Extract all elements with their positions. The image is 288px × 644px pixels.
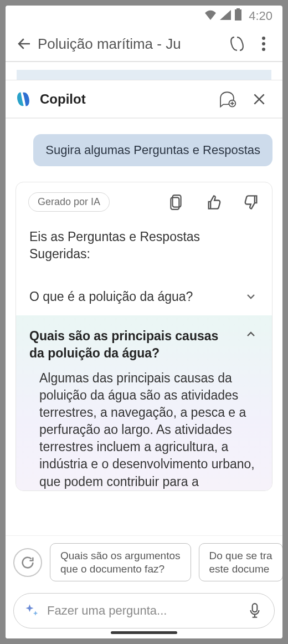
sparkle-icon: [24, 603, 39, 619]
overflow-menu-button[interactable]: [250, 30, 277, 57]
chevron-up-icon: [244, 328, 259, 342]
suggestion-chip-2-line2: este docume: [209, 563, 272, 576]
copilot-panel-header: Copilot: [6, 80, 282, 119]
svg-rect-1: [236, 8, 240, 10]
status-clock: 4:20: [249, 9, 272, 23]
chevron-down-icon: [244, 290, 259, 304]
svg-point-2: [262, 37, 265, 40]
battery-icon: [234, 8, 242, 24]
qa-expanded-header[interactable]: Quais são as principais causas da poluiç…: [29, 328, 259, 362]
status-bar: 4:20: [6, 6, 282, 27]
svg-rect-0: [235, 9, 241, 21]
new-chat-button[interactable]: [214, 86, 240, 113]
user-message-bubble: Sugira algumas Perguntas e Respostas: [33, 134, 272, 166]
device-frame: 4:20 Poluição marítima - Ju Copilot: [6, 6, 282, 638]
thumbs-up-button[interactable]: [205, 194, 222, 211]
app-header: Poluição marítima - Ju: [6, 27, 282, 62]
svg-point-4: [262, 48, 265, 51]
suggestion-chip-2[interactable]: Do que se tra este docume: [199, 543, 282, 582]
ai-card-toolbar: Gerado por IA: [16, 182, 272, 218]
chat-input[interactable]: Fazer uma pergunta...: [13, 593, 275, 628]
ai-generated-chip: Gerado por IA: [28, 192, 110, 212]
copy-button[interactable]: [168, 194, 184, 211]
wifi-icon: [204, 9, 217, 23]
qa-expanded-question-text: Quais são as principais causas da poluiç…: [29, 328, 236, 362]
qa-question-text: O que é a poluição da água?: [29, 288, 193, 305]
home-indicator[interactable]: [111, 631, 177, 634]
ai-intro-text: Eis as Perguntas e Respostas Sugeridas:: [29, 228, 259, 263]
svg-point-3: [262, 42, 265, 45]
document-preview-sliver: [6, 62, 282, 80]
svg-rect-8: [253, 604, 258, 612]
document-title: Poluição marítima - Ju: [38, 35, 224, 53]
copilot-panel-title: Copilot: [40, 91, 208, 107]
refresh-suggestions-button[interactable]: [13, 548, 42, 577]
suggestion-row: Quais são os argumentos que o documento …: [6, 535, 282, 589]
qa-item-collapsed[interactable]: O que é a poluição da água?: [29, 278, 259, 315]
suggestion-chip-2-line1: Do que se tra: [209, 549, 272, 563]
ai-card-body: Eis as Perguntas e Respostas Sugeridas: …: [16, 218, 272, 490]
thumbs-down-button[interactable]: [243, 194, 260, 211]
ai-response-card: Gerado por IA Eis as Perguntas e Respost…: [16, 182, 272, 491]
chat-scroll-area[interactable]: Sugira algumas Perguntas e Respostas Ger…: [6, 119, 282, 535]
document-selection-highlight: [17, 70, 271, 80]
qa-expanded-answer-text: Algumas das principais causas da poluiçã…: [29, 370, 259, 490]
microphone-button[interactable]: [248, 602, 264, 619]
close-panel-button[interactable]: [246, 86, 272, 113]
back-button[interactable]: [11, 30, 38, 57]
copilot-logo-icon: [12, 88, 34, 110]
chat-input-placeholder: Fazer uma pergunta...: [47, 604, 240, 618]
copilot-header-icon[interactable]: [224, 30, 250, 57]
suggestion-chip-1-line2: que o documento faz?: [60, 563, 181, 576]
suggestion-chip-1-line1: Quais são os argumentos: [60, 549, 181, 563]
suggestion-chip-1[interactable]: Quais são os argumentos que o documento …: [50, 543, 191, 582]
qa-item-expanded: Quais são as principais causas da poluiç…: [16, 315, 272, 490]
cellular-icon: [220, 9, 231, 23]
